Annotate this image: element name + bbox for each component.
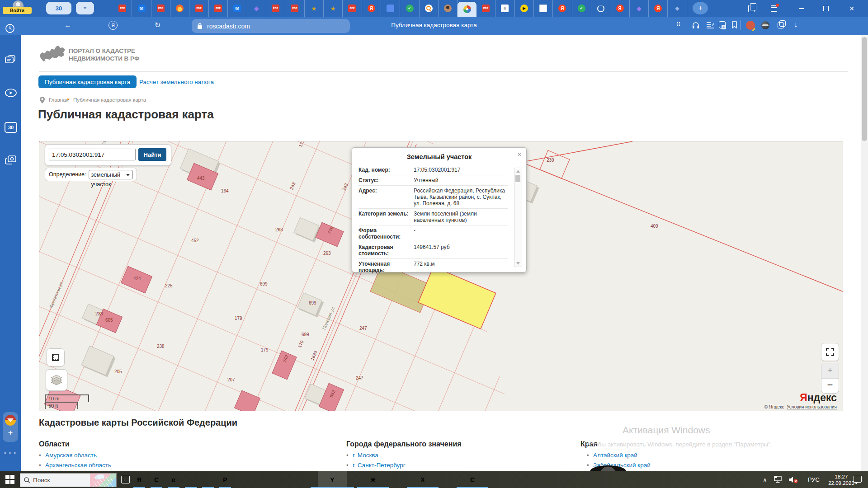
browser-tab[interactable]: ✓: [572, 0, 591, 17]
measure-button[interactable]: [47, 348, 65, 366]
back-button[interactable]: ←: [64, 21, 71, 29]
notification-center-button[interactable]: [854, 476, 862, 483]
zoom-out-button[interactable]: −: [821, 379, 839, 393]
taskbar-app-button[interactable]: X: [414, 471, 431, 488]
popup-scrollbar[interactable]: [514, 168, 522, 267]
page-scrollbar[interactable]: [861, 35, 868, 471]
browser-tab[interactable]: ✉: [132, 0, 151, 17]
sphere-icon[interactable]: [761, 21, 769, 29]
browser-tab[interactable]: Я: [649, 0, 668, 17]
close-window-button[interactable]: ✕: [846, 4, 857, 13]
screenshot-camera-icon[interactable]: [5, 155, 16, 164]
taskbar-app-button[interactable]: C: [464, 471, 481, 488]
yandex-home-button[interactable]: Я: [108, 21, 118, 30]
minimize-button[interactable]: [796, 4, 807, 13]
bookmark-flag-icon[interactable]: [731, 21, 737, 28]
browser-tab[interactable]: [420, 0, 439, 17]
tab-counter[interactable]: 30: [46, 2, 71, 14]
taskbar-app-button[interactable]: Я: [131, 471, 148, 488]
network-icon[interactable]: [774, 476, 783, 483]
browser-tab[interactable]: ✓: [400, 0, 419, 17]
add-service-button[interactable]: +: [3, 428, 18, 438]
sidebar-more-button[interactable]: • • •: [0, 450, 21, 455]
browser-tab[interactable]: ◈: [247, 0, 266, 17]
browser-tab[interactable]: [458, 2, 476, 17]
tab-list-chevron[interactable]: ▼: [76, 2, 94, 14]
tray-hidden-icons-button[interactable]: ∧: [760, 471, 769, 488]
fullscreen-button[interactable]: [821, 343, 839, 361]
browser-tab[interactable]: PDF: [285, 0, 304, 17]
taskbar-app-button[interactable]: [182, 471, 199, 488]
volume-muted-icon[interactable]: [788, 476, 798, 483]
taskbar-app-button[interactable]: ✳: [364, 471, 382, 488]
browser-tab[interactable]: PDF: [113, 0, 132, 17]
browser-tab[interactable]: ◆: [668, 0, 687, 17]
history-clock-icon[interactable]: [5, 23, 15, 33]
maximize-button[interactable]: [821, 4, 831, 13]
taskbar-app-button[interactable]: С: [148, 471, 165, 488]
search-button[interactable]: Найти: [138, 148, 166, 161]
collections-icon[interactable]: ⠿: [676, 21, 681, 28]
browser-tab[interactable]: Я: [362, 0, 381, 17]
breadcrumb-home[interactable]: Главная: [49, 97, 69, 103]
yandex-mail-icon[interactable]: [5, 415, 16, 426]
popup-close-button[interactable]: ✕: [517, 151, 522, 158]
taskbar-app-button[interactable]: e: [165, 471, 182, 488]
browser-tab[interactable]: [381, 0, 400, 17]
browser-tab[interactable]: PDF: [209, 0, 228, 17]
tab-groups-icon[interactable]: [778, 22, 784, 28]
cadastral-search-input[interactable]: [49, 149, 136, 160]
video-play-icon[interactable]: [5, 89, 17, 97]
notes-cards-icon[interactable]: [5, 55, 16, 64]
footer-region-link[interactable]: Амурская область: [39, 452, 111, 459]
browser-tab[interactable]: [534, 0, 553, 17]
downloads-button[interactable]: ↓: [794, 21, 797, 29]
footer-region-link[interactable]: Алтайский край: [587, 452, 651, 459]
browser-tab[interactable]: ≡: [495, 0, 514, 17]
page-scroll-thumb[interactable]: [862, 37, 867, 141]
footer-region-link[interactable]: г. Санкт-Петербург: [346, 462, 406, 469]
address-field[interactable]: roscadastr.com: [192, 19, 350, 33]
browser-tab[interactable]: PDF: [476, 0, 495, 17]
tabs-panel-badge[interactable]: 30: [5, 122, 17, 133]
start-button[interactable]: [5, 475, 14, 484]
taskbar-app-button[interactable]: [199, 471, 217, 488]
language-indicator[interactable]: РУС: [805, 471, 823, 488]
taskbar-app-button[interactable]: P: [217, 471, 234, 488]
task-view-button[interactable]: [121, 476, 130, 483]
browser-tab[interactable]: ◈: [630, 0, 649, 17]
browser-tab[interactable]: ✉: [228, 0, 247, 17]
browser-tab[interactable]: PDF: [343, 0, 362, 17]
browser-tab[interactable]: ★: [305, 0, 324, 17]
browser-tab[interactable]: [170, 0, 189, 17]
layers-button[interactable]: [46, 369, 67, 391]
scroll-thumb[interactable]: [515, 175, 520, 182]
protect-shield-icon[interactable]: 1: [719, 21, 726, 29]
browser-menu-button[interactable]: [769, 4, 779, 13]
footer-region-link[interactable]: Архангельская область: [39, 462, 111, 469]
browser-tab[interactable]: Я: [553, 0, 572, 17]
browser-tab[interactable]: [591, 0, 610, 17]
footer-region-link[interactable]: г. Москва: [346, 452, 406, 459]
reader-mode-icon[interactable]: A: [706, 22, 714, 29]
terms-link[interactable]: Условия использования: [787, 404, 837, 409]
headphones-icon[interactable]: [692, 21, 700, 29]
new-tab-button[interactable]: +: [693, 2, 708, 14]
taskbar-app-button[interactable]: Y: [318, 471, 347, 488]
user-avatar[interactable]: [746, 21, 755, 30]
browser-tab[interactable]: PDF: [189, 0, 208, 17]
tab-land-tax-calc[interactable]: Расчет земельного налога: [139, 79, 214, 85]
browser-tab[interactable]: PDF: [151, 0, 170, 17]
scroll-up-icon[interactable]: [516, 170, 520, 173]
reload-button[interactable]: ↻: [155, 21, 160, 29]
browser-tab[interactable]: ★: [324, 0, 343, 17]
object-type-select[interactable]: земельный участок: [89, 170, 133, 179]
browser-tab[interactable]: Я: [610, 0, 629, 17]
browser-tab[interactable]: [439, 0, 458, 17]
tab-public-cadastral-map[interactable]: Публичная кадастровая карта: [38, 75, 137, 88]
browser-tab[interactable]: PDF: [266, 0, 285, 17]
taskbar-search[interactable]: Поиск: [20, 473, 117, 487]
browser-tab[interactable]: ▶: [515, 0, 534, 17]
bookmarks-panel-button[interactable]: [746, 4, 757, 13]
login-button[interactable]: Войти: [3, 7, 32, 14]
